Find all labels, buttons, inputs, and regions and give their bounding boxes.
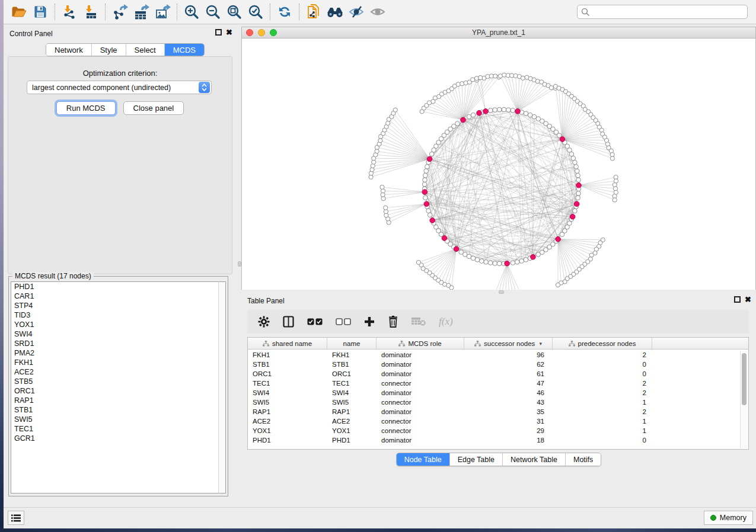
network-node[interactable]	[576, 178, 581, 182]
mcds-result-item[interactable]: ORC1	[11, 386, 219, 396]
mcds-node[interactable]	[570, 214, 575, 220]
mcds-result-item[interactable]: TID3	[11, 310, 219, 320]
network-node[interactable]	[511, 108, 515, 113]
network-canvas[interactable]	[241, 39, 756, 290]
deselect-all-icon[interactable]	[336, 318, 351, 326]
network-node[interactable]	[480, 259, 484, 264]
network-node[interactable]	[536, 252, 541, 257]
satellite-node[interactable]	[384, 206, 388, 210]
satellite-node[interactable]	[589, 253, 594, 257]
satellite-node[interactable]	[613, 198, 617, 202]
network-node[interactable]	[467, 114, 471, 119]
satellite-node[interactable]	[456, 82, 460, 86]
satellite-node[interactable]	[535, 79, 540, 84]
mcds-node[interactable]	[424, 201, 429, 207]
mcds-node[interactable]	[461, 117, 466, 123]
import-table-icon[interactable]	[80, 2, 101, 21]
mcds-result-item[interactable]: CAR1	[11, 291, 219, 301]
delete-row-icon[interactable]	[388, 316, 398, 328]
table-row-PHD1[interactable]: PHD1PHD1dominator180	[248, 435, 740, 445]
network-node[interactable]	[573, 209, 578, 213]
network-node[interactable]	[455, 121, 460, 126]
mcds-result-item[interactable]: PMA2	[11, 348, 219, 358]
network-node[interactable]	[524, 111, 528, 116]
mcds-result-item[interactable]: FKH1	[11, 358, 219, 367]
network-node[interactable]	[488, 261, 493, 265]
column-header-shared-name[interactable]: shared name	[248, 338, 327, 349]
mcds-result-item[interactable]: PHD1	[11, 282, 219, 291]
show-graphics-details-icon[interactable]	[367, 2, 388, 21]
table-row-YOX1[interactable]: YOX1YOX1connector291	[248, 426, 740, 435]
tab-network[interactable]: Network	[46, 44, 92, 56]
mcds-result-item[interactable]: STB5	[11, 377, 219, 386]
tab-mcds[interactable]: MCDS	[165, 44, 204, 56]
search-field[interactable]	[577, 5, 748, 19]
network-node[interactable]	[424, 169, 429, 174]
table-row-SWI5[interactable]: SWI5SWI5connector431	[248, 398, 740, 407]
refresh-icon[interactable]	[274, 2, 295, 21]
satellite-node[interactable]	[521, 76, 525, 80]
mcds-node[interactable]	[505, 261, 510, 266]
mcds-node[interactable]	[483, 109, 489, 114]
tab-style[interactable]: Style	[92, 44, 126, 56]
satellite-node[interactable]	[416, 260, 420, 264]
network-node[interactable]	[576, 191, 581, 196]
network-node[interactable]	[511, 261, 515, 265]
column-header-MCDS-role[interactable]: MCDS role	[377, 338, 464, 349]
zoom-fit-icon[interactable]	[224, 2, 245, 21]
import-network-icon[interactable]	[59, 2, 80, 21]
network-node[interactable]	[576, 196, 580, 200]
mcds-result-item[interactable]: SRD1	[11, 339, 219, 348]
satellite-node[interactable]	[393, 108, 397, 112]
network-node[interactable]	[493, 261, 497, 266]
network-node[interactable]	[506, 108, 511, 113]
mcds-result-item[interactable]: TEC1	[11, 424, 219, 434]
mcds-node[interactable]	[430, 218, 435, 223]
satellite-node[interactable]	[549, 86, 553, 90]
column-header-successor-nodes[interactable]: successor nodes▾	[464, 338, 553, 349]
satellite-node[interactable]	[610, 156, 614, 161]
table-scrollbar[interactable]	[740, 351, 748, 448]
mcds-node[interactable]	[531, 255, 536, 260]
zoom-selected-icon[interactable]	[245, 2, 266, 21]
satellite-node[interactable]	[556, 283, 560, 287]
network-node[interactable]	[475, 258, 480, 262]
network-node[interactable]	[423, 178, 428, 182]
network-node[interactable]	[502, 107, 506, 112]
run-mcds-button[interactable]: Run MCDS	[56, 101, 116, 115]
network-node[interactable]	[576, 173, 580, 178]
close-panel-icon[interactable]: ✖	[745, 296, 751, 303]
network-node[interactable]	[459, 250, 464, 255]
export-table-icon[interactable]	[130, 2, 152, 21]
network-node[interactable]	[515, 260, 519, 265]
network-node[interactable]	[423, 173, 428, 178]
mcds-node[interactable]	[422, 190, 428, 195]
network-node[interactable]	[497, 107, 502, 112]
satellite-node[interactable]	[599, 128, 604, 132]
column-header-predecessor-nodes[interactable]: predecessor nodes	[553, 338, 652, 349]
mcds-node[interactable]	[556, 236, 561, 242]
export-network-icon[interactable]	[109, 2, 130, 21]
show-panels-list-button[interactable]	[8, 511, 24, 525]
mcds-result-item[interactable]: STP4	[11, 301, 219, 310]
float-panel-icon[interactable]	[215, 29, 222, 36]
network-node[interactable]	[497, 261, 502, 266]
network-node[interactable]	[423, 196, 428, 200]
network-node[interactable]	[484, 260, 489, 265]
float-panel-icon[interactable]	[734, 296, 741, 303]
select-all-icon[interactable]	[307, 318, 323, 326]
mcds-node[interactable]	[574, 201, 579, 207]
memory-button[interactable]: Memory	[704, 511, 753, 525]
vertical-splitter[interactable]	[237, 24, 241, 507]
satellite-node[interactable]	[479, 76, 483, 80]
zoom-out-icon[interactable]	[202, 2, 224, 21]
share-network-icon[interactable]	[303, 2, 324, 21]
table-row-ACE2[interactable]: ACE2ACE2connector311	[248, 416, 740, 426]
zoom-in-icon[interactable]	[181, 2, 202, 21]
network-node[interactable]	[426, 209, 431, 213]
mcds-node[interactable]	[427, 156, 432, 162]
table-row-SWI4[interactable]: SWI4SWI4dominator462	[248, 388, 740, 398]
hide-graphics-details-icon[interactable]	[346, 2, 367, 21]
satellite-node[interactable]	[380, 185, 384, 189]
tab-edge-table[interactable]: Edge Table	[450, 453, 503, 466]
